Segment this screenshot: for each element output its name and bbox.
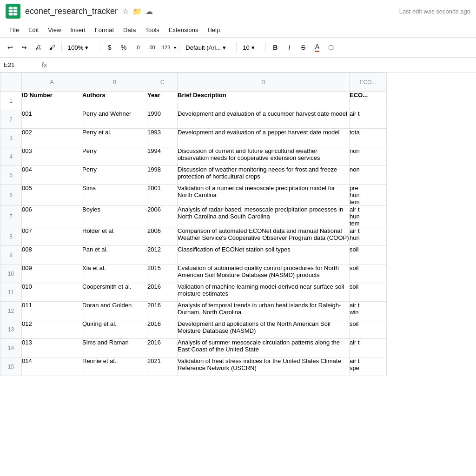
cell-id[interactable]: 013 — [22, 339, 82, 357]
cell-authors[interactable]: Pan et al. — [82, 246, 147, 264]
folder-icon[interactable]: 📁 — [132, 7, 142, 16]
row-number[interactable]: 7 — [0, 206, 22, 227]
col-header-d[interactable]: D — [178, 73, 350, 92]
cell-year[interactable]: 2016 — [147, 339, 178, 357]
cell-authors[interactable]: Xia et al. — [82, 264, 147, 283]
menu-help[interactable]: Help — [204, 25, 224, 35]
cell-desc[interactable]: Analysis of temporal trends in urban hea… — [178, 302, 350, 320]
cell-desc[interactable]: Analysis of radar-based, mesoscale preci… — [178, 206, 350, 227]
cell-desc[interactable]: Validation of machine learning model-der… — [178, 283, 350, 302]
row-number[interactable]: 4 — [0, 147, 22, 166]
cell-authors[interactable]: Rennie et al. — [82, 357, 147, 376]
fontsize-dropdown[interactable]: 10 ▾ — [239, 41, 263, 54]
cell-id[interactable]: 002 — [22, 129, 82, 147]
menu-file[interactable]: File — [6, 25, 23, 35]
header-id[interactable]: ID Number — [22, 92, 82, 110]
cell-authors[interactable]: Sims and Raman — [82, 339, 147, 357]
cell-eco[interactable]: soil — [350, 283, 387, 302]
cell-eco[interactable]: soil — [350, 264, 387, 283]
cell-id[interactable]: 009 — [22, 264, 82, 283]
cell-authors[interactable]: Perry et al. — [82, 129, 147, 147]
decimal-increase-button[interactable]: .00 — [145, 41, 158, 54]
cell-authors[interactable]: Sims — [82, 185, 147, 206]
font-color-button[interactable]: A — [311, 41, 324, 54]
menu-view[interactable]: View — [44, 25, 65, 35]
col-header-e[interactable]: ECO... — [350, 73, 387, 92]
cell-year[interactable]: 1994 — [147, 147, 178, 166]
header-year[interactable]: Year — [147, 92, 178, 110]
menu-tools[interactable]: Tools — [141, 25, 163, 35]
cell-id[interactable]: 011 — [22, 302, 82, 320]
cell-year[interactable]: 1998 — [147, 166, 178, 185]
cell-id[interactable]: 003 — [22, 147, 82, 166]
cell-year[interactable]: 1990 — [147, 110, 178, 129]
italic-button[interactable]: I — [283, 41, 296, 54]
format123-button[interactable]: 123 — [159, 41, 173, 54]
cell-id[interactable]: 005 — [22, 185, 82, 206]
cell-desc[interactable]: Analysis of summer mesoscale circulation… — [178, 339, 350, 357]
cell-desc[interactable]: Evaluation of automated quality control … — [178, 264, 350, 283]
row-number[interactable]: 14 — [0, 339, 22, 357]
cell-eco[interactable]: soil — [350, 320, 387, 339]
row-number[interactable]: 12 — [0, 302, 22, 320]
menu-extensions[interactable]: Extensions — [165, 25, 202, 35]
row-number[interactable]: 11 — [0, 283, 22, 302]
cell-year[interactable]: 2016 — [147, 283, 178, 302]
col-header-c[interactable]: C — [147, 73, 178, 92]
cell-authors[interactable]: Perry — [82, 147, 147, 166]
cell-id[interactable]: 007 — [22, 227, 82, 246]
row-number[interactable]: 3 — [0, 129, 22, 147]
cell-eco[interactable]: air t win — [350, 302, 387, 320]
cell-year[interactable]: 2006 — [147, 206, 178, 227]
cell-id[interactable]: 014 — [22, 357, 82, 376]
format123-arrow[interactable]: ▾ — [174, 45, 176, 50]
cell-id[interactable]: 004 — [22, 166, 82, 185]
row-number[interactable]: 2 — [0, 110, 22, 129]
cell-eco[interactable]: air t — [350, 110, 387, 129]
row-number[interactable]: 15 — [0, 357, 22, 376]
row-number[interactable]: 9 — [0, 246, 22, 264]
cell-year[interactable]: 2021 — [147, 357, 178, 376]
decimal-decrease-button[interactable]: .0 — [131, 41, 144, 54]
cell-desc[interactable]: Discussion of weather monitoring needs f… — [178, 166, 350, 185]
row-number[interactable]: 8 — [0, 227, 22, 246]
cell-year[interactable]: 2006 — [147, 227, 178, 246]
paint-format-button[interactable]: 🖌 — [46, 41, 59, 54]
cell-desc[interactable]: Development and evaluation of a cucumber… — [178, 110, 350, 129]
percent-button[interactable]: % — [117, 41, 130, 54]
cell-eco[interactable]: air t spe — [350, 357, 387, 376]
cell-year[interactable]: 2001 — [147, 185, 178, 206]
header-desc[interactable]: Brief Description — [178, 92, 350, 110]
cell-id[interactable]: 006 — [22, 206, 82, 227]
redo-button[interactable]: ↪ — [18, 41, 31, 54]
menu-format[interactable]: Format — [91, 25, 118, 35]
star-icon[interactable]: ☆ — [122, 7, 129, 16]
strikethrough-button[interactable]: S — [297, 41, 310, 54]
cell-authors[interactable]: Coopersmith et al. — [82, 283, 147, 302]
font-dropdown[interactable]: Default (Ari... ▾ — [182, 41, 233, 54]
undo-button[interactable]: ↩ — [4, 41, 17, 54]
row-number[interactable]: 10 — [0, 264, 22, 283]
cell-eco[interactable]: air t — [350, 339, 387, 357]
header-eco[interactable]: ECO... — [350, 92, 387, 110]
cell-reference[interactable]: E21 — [4, 61, 36, 68]
cell-authors[interactable]: Quiring et al. — [82, 320, 147, 339]
row-number[interactable]: 1 — [0, 92, 22, 110]
row-number[interactable]: 13 — [0, 320, 22, 339]
zoom-dropdown[interactable]: 100% ▾ — [65, 41, 97, 54]
cell-eco[interactable]: non — [350, 147, 387, 166]
cell-desc[interactable]: Development and evaluation of a pepper h… — [178, 129, 350, 147]
cell-year[interactable]: 2015 — [147, 264, 178, 283]
cell-year[interactable]: 2016 — [147, 302, 178, 320]
col-header-a[interactable]: A — [22, 73, 82, 92]
currency-button[interactable]: $ — [103, 41, 116, 54]
cell-desc[interactable]: Classification of ECONet station soil ty… — [178, 246, 350, 264]
cell-authors[interactable]: Perry — [82, 166, 147, 185]
cell-authors[interactable]: Perry and Wehner — [82, 110, 147, 129]
cell-desc[interactable]: Validation of a numerical mesoscale prec… — [178, 185, 350, 206]
header-authors[interactable]: Authors — [82, 92, 147, 110]
menu-data[interactable]: Data — [119, 25, 139, 35]
bold-button[interactable]: B — [269, 41, 282, 54]
cell-id[interactable]: 008 — [22, 246, 82, 264]
row-number[interactable]: 5 — [0, 166, 22, 185]
